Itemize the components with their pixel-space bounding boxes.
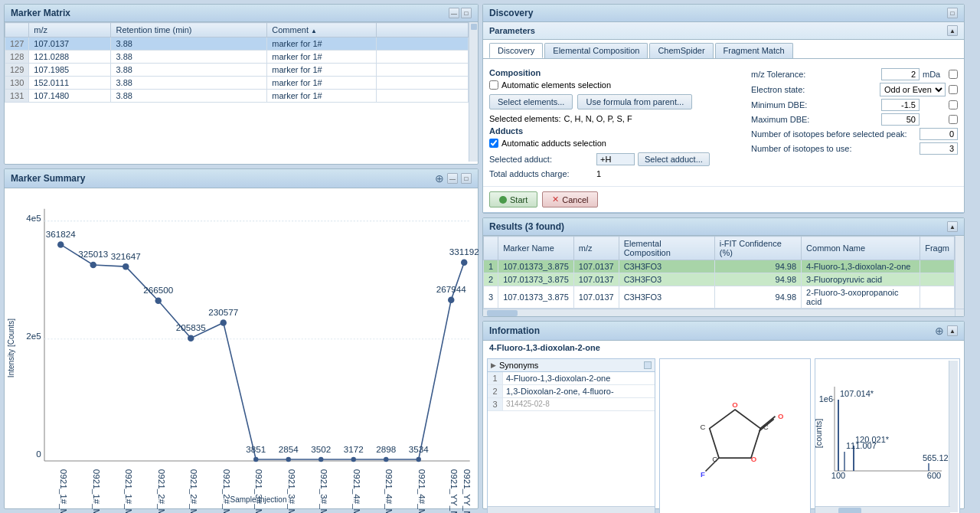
discovery-controls: □	[947, 8, 958, 18]
max-dbe-input[interactable]	[881, 113, 920, 126]
restore-summary-button[interactable]: □	[461, 173, 472, 184]
molecule-svg: O C O C C O F	[666, 383, 804, 490]
cell-rt: 3.88	[111, 90, 267, 103]
move-icon[interactable]: ⊕	[435, 172, 444, 185]
start-button[interactable]: Start	[489, 191, 537, 207]
select-adduct-btn[interactable]: Select adduct...	[638, 152, 710, 166]
tab-elemental-composition[interactable]: Elemental Composition	[544, 43, 648, 58]
mz-tolerance-input[interactable]	[881, 68, 920, 80]
marker-chart-svg: 4e5 2e5 0	[18, 192, 474, 494]
max-dbe-check[interactable]	[949, 115, 958, 124]
results-col-formula[interactable]: Elemental Composition	[619, 237, 714, 260]
results-content: Marker Name m/z Elemental Composition i-…	[483, 236, 964, 316]
auto-adducts-checkbox[interactable]	[489, 139, 498, 148]
auto-elements-row: Automatic elements selection	[489, 80, 743, 90]
col-header-mz[interactable]: m/z	[29, 23, 111, 38]
adducts-section: Adducts Automatic adducts selection Sele…	[489, 126, 743, 178]
use-formula-btn[interactable]: Use formula from parent...	[577, 94, 692, 109]
parameters-controls: ▲	[947, 25, 958, 36]
electron-state-label: Electron state:	[751, 85, 880, 94]
data-point-8	[318, 457, 323, 462]
table-row[interactable]: 128 121.0288 3.88 marker for 1#	[5, 51, 469, 64]
info-scroll-up[interactable]: ▲	[947, 325, 958, 336]
restore-button[interactable]: □	[461, 8, 472, 18]
cancel-button[interactable]: ✕ Cancel	[542, 191, 598, 207]
params-scroll-up[interactable]: ▲	[947, 25, 958, 36]
result-row[interactable]: 1 107.01373_3.875 107.0137 C3H3FO3 94.98…	[484, 260, 955, 273]
svg-text:0921_2#_MSE_D3_3D_replicate_1: 0921_2#_MSE_D3_3D_replicate_1	[222, 469, 232, 513]
right-panel: Discovery □ Parameters ▲ Discovery	[482, 4, 965, 509]
info-content-area: ▶ Synonyms 1 4-Fluoro-1,3-dioxolan-2-one…	[483, 355, 964, 513]
table-row[interactable]: 131 107.1480 3.88 marker for 1#	[5, 90, 469, 103]
min-dbe-label: Minimum DBE:	[751, 100, 881, 109]
marker-matrix-table-container[interactable]: m/z Retention time (min) Comment ▲ 1	[5, 22, 469, 156]
spectrum-panel: [counts] 1e6 100 600 107.014* 120.02	[815, 358, 960, 513]
tab-chemspider[interactable]: ChemSpider	[649, 43, 713, 58]
col-header-rt[interactable]: Retention time (min)	[111, 23, 267, 38]
left-params: Composition Automatic elements selection…	[489, 68, 743, 181]
results-table-scroll[interactable]: Marker Name m/z Elemental Composition i-…	[483, 236, 955, 309]
discovery-restore-btn[interactable]: □	[947, 8, 958, 18]
synonyms-expand-icon[interactable]: ▶	[491, 361, 496, 369]
results-col-frag[interactable]: Fragm	[920, 237, 955, 260]
results-vscrollbar[interactable]	[955, 236, 964, 309]
results-col-marker[interactable]: Marker Name	[498, 237, 574, 260]
marker-matrix-panel: Marker Matrix — □ m/z Retention time (mi…	[4, 4, 479, 165]
table-row[interactable]: 130 152.0111 3.88 marker for 1#	[5, 77, 469, 90]
results-col-confidence[interactable]: i-FIT Confidence (%)	[714, 237, 801, 260]
electron-state-check[interactable]	[949, 85, 958, 94]
info-title: Information	[489, 325, 540, 336]
vertical-scrollbar[interactable]	[469, 22, 478, 162]
fluoro-label: F	[701, 470, 705, 479]
results-scroll-up[interactable]: ▲	[947, 221, 958, 232]
select-elements-btn[interactable]: Select elements...	[489, 94, 573, 109]
results-title: Results (3 found)	[489, 221, 564, 232]
result-row[interactable]: 3 107.01373_3.875 107.0137 C3H3FO3 94.98…	[484, 286, 955, 309]
scrollbar-thumb	[471, 24, 477, 30]
min-dbe-input[interactable]	[881, 99, 920, 111]
selected-elements-value: C, H, N, O, P, S, F	[564, 114, 632, 123]
result-marker-name: 107.01373_3.875	[498, 273, 574, 286]
spectrum-vscroll[interactable]	[949, 361, 958, 512]
spectrum-xtick-100: 100	[831, 471, 845, 480]
adduct-input[interactable]	[596, 153, 635, 165]
tab-discovery[interactable]: Discovery	[489, 43, 543, 58]
minimize-button[interactable]: —	[449, 8, 459, 18]
selected-adduct-row: Selected adduct: Select adduct...	[489, 152, 743, 166]
marker-summary-panel: Marker Summary ⊕ — □ Intensity [Counts] …	[4, 168, 479, 509]
result-marker-name: 107.01373_3.875	[498, 286, 574, 309]
svg-text:0921_4#_MSE_D3_3B_replicate_1: 0921_4#_MSE_D3_3B_replicate_1	[352, 469, 362, 513]
x-axis-title: Sample Injection	[43, 495, 474, 504]
max-dbe-label: Maximum DBE:	[751, 115, 881, 124]
c4-label: C	[712, 455, 717, 463]
isotopes-before-input[interactable]	[920, 128, 958, 140]
marker-matrix-title: Marker Matrix	[11, 8, 70, 18]
col-header-comment[interactable]: Comment ▲	[267, 23, 377, 38]
cell-mz: 121.0288	[29, 51, 111, 64]
electron-state-select[interactable]: Odd or Even Even Odd	[880, 83, 946, 96]
results-col-mz[interactable]: m/z	[573, 237, 619, 260]
marker-matrix-header: Marker Matrix — □	[5, 5, 478, 22]
results-col-name[interactable]: Common Name	[802, 237, 920, 260]
table-row[interactable]: 127 107.0137 3.88 marker for 1#	[5, 38, 469, 51]
total-charge-row: Total adducts charge: 1	[489, 169, 743, 178]
result-confidence: 94.98	[714, 273, 801, 286]
spectrum-hscroll[interactable]	[815, 506, 950, 513]
min-dbe-check[interactable]	[949, 100, 958, 109]
mz-tolerance-row: m/z Tolerance: mDa	[751, 68, 958, 80]
tab-fragment-match[interactable]: Fragment Match	[715, 43, 793, 58]
isotopes-use-input[interactable]	[920, 142, 958, 155]
minimize-summary-button[interactable]: —	[447, 173, 458, 184]
result-row[interactable]: 2 107.01373_3.875 107.0137 C3H3FO3 94.98…	[484, 273, 955, 286]
info-move-icon[interactable]: ⊕	[935, 325, 944, 337]
synonyms-scroll-up[interactable]	[644, 361, 652, 369]
results-hscrollbar[interactable]	[483, 309, 955, 316]
auto-elements-checkbox[interactable]	[489, 80, 498, 90]
synonyms-hscroll[interactable]	[488, 506, 655, 513]
table-row[interactable]: 129 107.1985 3.88 marker for 1#	[5, 64, 469, 77]
syn-num-2: 2	[488, 385, 503, 397]
mz-tolerance-check[interactable]	[949, 70, 958, 79]
cell-comment: marker for 1#	[267, 64, 377, 77]
auto-adducts-label: Automatic adducts selection	[501, 139, 606, 148]
row-num: 129	[5, 64, 29, 77]
